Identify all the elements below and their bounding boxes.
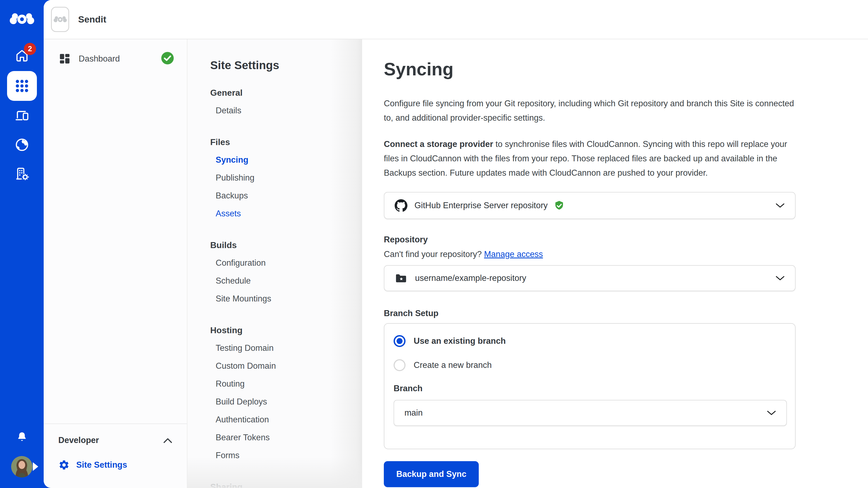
gear-icon: [58, 459, 70, 470]
chevron-up-icon: [163, 437, 172, 443]
backup-and-sync-button[interactable]: Backup and Sync: [384, 461, 479, 487]
settings-nav-site-mountings[interactable]: Site Mountings: [216, 290, 351, 308]
content-sheet: Sendit Dashboard: [44, 0, 868, 488]
settings-section-header-sharing: Sharing: [210, 478, 351, 488]
settings-nav-title: Site Settings: [210, 59, 351, 72]
settings-section-files: FilesSyncingPublishingBackupsAssets: [210, 133, 351, 223]
chevron-down-icon: [775, 203, 785, 208]
status-check-badge: [160, 51, 175, 67]
settings-section-general: GeneralDetails: [210, 84, 351, 120]
notification-count-badge: 2: [24, 43, 36, 55]
settings-nav-forms[interactable]: Forms: [216, 447, 351, 464]
provider-paragraph-lead: Connect a storage provider: [384, 139, 493, 149]
site-settings-label: Site Settings: [76, 460, 127, 470]
settings-nav-assets[interactable]: Assets: [216, 205, 351, 223]
settings-nav-configuration[interactable]: Configuration: [216, 254, 351, 272]
settings-nav-syncing[interactable]: Syncing: [216, 151, 351, 169]
dashboard-label: Dashboard: [79, 54, 120, 64]
dashboard-nav-item[interactable]: Dashboard: [58, 51, 175, 67]
provider-paragraph: Connect a storage provider to synchronis…: [384, 137, 796, 180]
repository-label: Repository: [384, 235, 857, 245]
branch-setup-box: Use an existing branch Create a new bran…: [384, 323, 796, 449]
top-header: Sendit: [44, 0, 868, 39]
settings-section-builds: BuildsConfigurationScheduleSite Mounting…: [210, 236, 351, 308]
site-logo-icon: [53, 13, 67, 26]
app-rail: 2: [0, 0, 44, 488]
storage-provider-select[interactable]: GitHub Enterprise Server repository: [384, 192, 796, 219]
organization-settings-icon[interactable]: [14, 166, 29, 182]
settings-nav-routing[interactable]: Routing: [216, 375, 351, 393]
repository-select[interactable]: username/example-repository: [384, 265, 796, 291]
storage-provider-value: GitHub Enterprise Server repository: [414, 201, 548, 210]
settings-section-header-general: General: [210, 84, 351, 102]
settings-nav-authentication[interactable]: Authentication: [216, 411, 351, 429]
settings-section-sharing: Sharing: [210, 478, 351, 488]
globe-icon[interactable]: [14, 137, 29, 153]
sidebar-expand-handle[interactable]: [33, 462, 38, 471]
user-avatar[interactable]: [11, 456, 33, 478]
cloudcannon-logo[interactable]: [9, 8, 35, 31]
apps-grid-icon: [13, 77, 30, 94]
developer-section: Developer Site Settings: [44, 423, 187, 488]
create-new-branch-option[interactable]: Create a new branch: [394, 359, 786, 371]
site-name: Sendit: [78, 14, 106, 25]
manage-access-link[interactable]: Manage access: [484, 250, 543, 259]
site-logo: [51, 7, 69, 32]
github-icon: [395, 199, 407, 212]
radio-selected[interactable]: [394, 335, 405, 347]
settings-nav-custom-domain[interactable]: Custom Domain: [216, 357, 351, 375]
developer-section-toggle[interactable]: Developer: [58, 435, 172, 445]
settings-nav-testing-domain[interactable]: Testing Domain: [216, 339, 351, 357]
repository-help: Can't find your repository? Manage acces…: [384, 250, 857, 259]
site-settings-nav-item[interactable]: Site Settings: [58, 459, 172, 470]
settings-section-hosting: HostingTesting DomainCustom DomainRoutin…: [210, 321, 351, 464]
settings-section-header-files: Files: [210, 133, 351, 151]
repository-value: username/example-repository: [415, 273, 526, 283]
syncing-page: Syncing Configure file syncing from your…: [362, 39, 868, 488]
notifications-bell-icon[interactable]: [15, 430, 29, 445]
page-title: Syncing: [384, 59, 857, 79]
chevron-down-icon: [767, 410, 776, 416]
settings-section-header-hosting: Hosting: [210, 321, 351, 339]
repository-folder-icon: [395, 272, 407, 285]
chevron-down-icon: [775, 275, 785, 281]
branch-setup-label: Branch Setup: [384, 308, 857, 318]
branch-label: Branch: [394, 384, 786, 393]
settings-nav-bearer-tokens[interactable]: Bearer Tokens: [216, 429, 351, 447]
use-existing-branch-option[interactable]: Use an existing branch: [394, 335, 786, 347]
developer-label: Developer: [58, 435, 99, 445]
apps-grid-selected[interactable]: [7, 71, 37, 101]
settings-nav-backups[interactable]: Backups: [216, 187, 351, 205]
devices-icon[interactable]: [14, 108, 29, 124]
radio-unselected[interactable]: [394, 359, 405, 371]
settings-nav-publishing[interactable]: Publishing: [216, 169, 351, 187]
project-panel: Dashboard Developer: [44, 39, 187, 488]
settings-nav-build-deploys[interactable]: Build Deploys: [216, 393, 351, 411]
dashboard-icon: [58, 52, 71, 65]
settings-nav-schedule[interactable]: Schedule: [216, 272, 351, 290]
settings-nav-panel: Site Settings GeneralDetailsFilesSyncing…: [187, 39, 362, 488]
branch-select[interactable]: main: [394, 400, 787, 426]
verified-shield-icon: [554, 200, 565, 211]
intro-paragraph: Configure file syncing from your Git rep…: [384, 96, 796, 125]
branch-value: main: [404, 408, 423, 418]
settings-nav-details[interactable]: Details: [216, 102, 351, 120]
settings-section-header-builds: Builds: [210, 236, 351, 254]
